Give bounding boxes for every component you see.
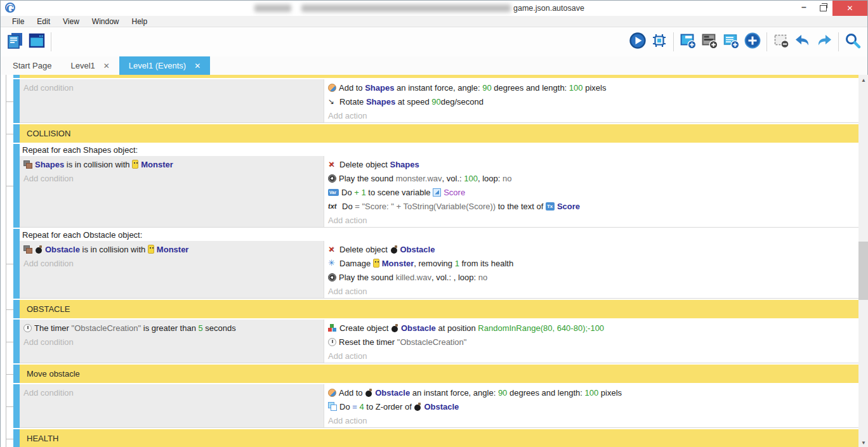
vertical-scrollbar[interactable]: ▲ ▼ [858,75,868,447]
toolbar-right-group [627,31,864,53]
add-condition-link[interactable]: Add condition [20,335,324,349]
scene-window-button[interactable] [26,31,48,53]
menu-item-window[interactable]: Window [86,17,126,26]
conditions-cell: Add condition [20,384,324,427]
event-drag-bar[interactable] [13,365,20,383]
menu-item-view[interactable]: View [56,17,86,26]
action-line[interactable]: Do = "Score: " + ToString(Variable(Score… [324,199,858,213]
comment-row[interactable]: OBSTACLE [20,300,858,318]
event-drag-bar[interactable] [13,75,20,78]
tab-level1-events[interactable]: Level1 (Events)✕ [119,56,210,75]
scroll-up-icon[interactable]: ▲ [858,75,868,85]
action-line[interactable]: Damage Monster, removing 1 from its heal… [324,256,858,270]
add-condition-link[interactable]: Add condition [20,256,324,270]
text-run: Monster [157,245,189,254]
remove-event-icon [772,32,790,52]
redo-button[interactable] [813,31,835,53]
menu-item-edit[interactable]: Edit [30,17,56,26]
event-drag-bar[interactable] [13,384,20,428]
action-line[interactable]: Play the sound monster.wav, vol.: 100, l… [324,171,858,185]
tab-close-icon[interactable]: ✕ [103,62,110,70]
add-action-link[interactable]: Add action [324,108,858,122]
add-action-link[interactable]: Add action [324,413,858,427]
tree-stub [6,264,13,264]
add-condition-link[interactable]: Add condition [20,81,324,94]
undo-icon [794,32,812,52]
open-project-button[interactable] [4,31,26,53]
menu-item-help[interactable]: Help [126,17,154,26]
bomb-icon [391,323,398,332]
text-run: Obstacle [401,323,436,333]
action-line[interactable]: Delete object Obstacle [324,242,858,256]
event-block: Add conditionAdd to Obstacle an instant … [20,384,858,428]
condition-line[interactable]: Obstacle is in collision with Monster [20,242,324,256]
restore-button[interactable] [813,1,832,16]
event-drag-bar[interactable] [13,229,20,299]
text-run: Create object [339,323,391,333]
add-condition-label: Add condition [23,83,74,93]
add-comment-button[interactable] [720,31,742,53]
action-line[interactable]: Delete object Shapes [324,157,858,171]
text-run: to scene variable [366,188,433,197]
toolbar-separator [673,32,674,51]
undo-button[interactable] [792,31,813,53]
add-event-icon [679,32,697,52]
event-row: OBSTACLE [1,300,858,318]
action-line[interactable]: Do + 1 to scene variable Score [324,185,858,199]
action-line[interactable]: Add to Shapes an instant force, angle: 9… [324,81,858,94]
event-drag-bar[interactable] [13,124,20,143]
action-line[interactable]: Rotate Shapes at speed 90deg/second [324,94,858,108]
action-line[interactable]: Reset the timer "ObstacleCreation" [324,335,858,349]
app-window: G game.json.autosave – ✕ FileEditViewWin… [0,0,868,447]
timer-icon [23,324,32,332]
minimize-button[interactable]: – [794,1,813,16]
text-run: degrees and length: [507,388,584,398]
debug-button[interactable] [648,31,670,53]
event-body: The timer "ObstacleCreation" is greater … [20,320,858,363]
text-run: 1 [455,259,459,268]
action-line[interactable]: Do = 4 to Z-order of Obstacle [324,399,858,413]
action-line[interactable]: Add to Obstacle an instant force, angle:… [324,385,858,399]
add-action-label: Add action [328,351,367,361]
condition-line[interactable]: Shapes is in collision with Monster [20,157,324,171]
add-circle-button[interactable] [742,31,763,53]
play-button[interactable] [627,31,648,53]
comment-row[interactable]: Move obstacle [20,365,858,383]
add-condition-link[interactable]: Add condition [20,385,324,399]
event-drag-bar[interactable] [13,429,20,447]
scrollbar-thumb[interactable] [858,242,868,300]
tab-level1[interactable]: Level1✕ [61,56,119,75]
search-button[interactable] [842,31,864,53]
add-action-link[interactable]: Add action [324,284,858,298]
text-run: The timer [34,323,72,333]
condition-line[interactable]: The timer "ObstacleCreation" is greater … [20,321,324,335]
menu-item-file[interactable]: File [6,17,30,26]
event-header[interactable]: Repeat for each Shapes object: [20,144,858,156]
toolbar-separator [766,32,767,51]
action-line[interactable]: Play the sound killed.wav, vol.: , loop:… [324,270,858,284]
tab-start-page[interactable]: Start Page [3,56,61,75]
comment-row[interactable]: COLLISION [20,124,858,143]
scroll-down-icon[interactable]: ▼ [858,437,868,447]
tree-stub [6,406,13,407]
event-row: Move obstacle [1,365,858,383]
comment-row[interactable]: HEALTH [20,429,858,447]
remove-event-button[interactable] [770,31,792,53]
add-subevent-button[interactable] [699,31,720,53]
tab-close-icon[interactable]: ✕ [194,62,201,70]
event-drag-bar[interactable] [13,300,20,318]
close-button[interactable]: ✕ [832,1,867,16]
event-header[interactable]: Repeat for each Obstacle object: [20,229,858,241]
redo-icon [815,32,833,52]
event-drag-bar[interactable] [13,320,20,363]
action-line[interactable]: Create object Obstacle at position Rando… [324,321,858,335]
redacted-title-text [301,4,511,12]
text-run: pixels [583,83,607,93]
add-action-link[interactable]: Add action [324,213,858,227]
add-condition-link[interactable]: Add condition [20,171,324,185]
event-body: Obstacle is in collision with MonsterAdd… [20,241,858,298]
add-event-button[interactable] [677,31,699,53]
event-drag-bar[interactable] [13,144,20,228]
add-action-link[interactable]: Add action [324,349,858,363]
event-drag-bar[interactable] [13,79,20,123]
